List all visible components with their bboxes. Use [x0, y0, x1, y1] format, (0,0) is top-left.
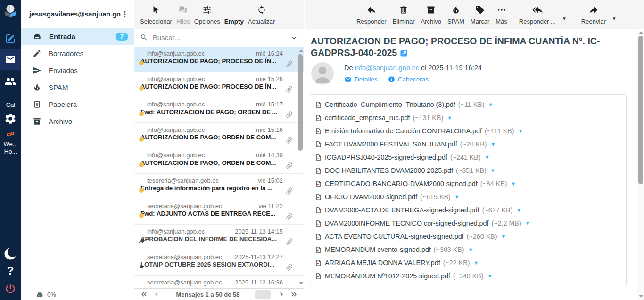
scrollbar-thumb[interactable]	[638, 36, 643, 184]
pagination-label: Mensajes 1 a 50 de 58	[163, 291, 253, 298]
contacts-icon[interactable]	[0, 75, 21, 88]
message-row[interactable]: secretaria@sanjuan.gob.ec 2025-11-12 16:…	[134, 276, 304, 288]
attachment-item[interactable]: DVAM2000INFORME TECNICO cor-signed-signe…	[315, 217, 621, 230]
folder-row[interactable]: Archivo	[21, 113, 134, 130]
message-row[interactable]: secretaria@sanjuan.gob.ec vie 11:22 Fwd:…	[134, 199, 304, 225]
scroll-down-arrow-icon[interactable]	[639, 295, 644, 298]
details-link[interactable]: Detalles	[344, 76, 378, 83]
message-row[interactable]: info@sanjuan.gob.ec mié 15:16 AUTORIZACI…	[134, 123, 304, 148]
message-row[interactable]: info@sanjuan.gob.ec 2025-11-13 14:15 APR…	[134, 225, 304, 250]
attachment-menu-caret-icon[interactable]: ▼	[511, 181, 516, 186]
from-email-link[interactable]: info@sanjuan.gob.ec	[355, 64, 419, 72]
attachment-menu-caret-icon[interactable]: ▼	[474, 260, 479, 266]
archive-button[interactable]: Archivo	[421, 4, 441, 25]
mark-button[interactable]: Marcar	[471, 4, 489, 25]
more-button[interactable]: Más	[495, 4, 507, 25]
calendar-module-label[interactable]: Cal	[0, 101, 21, 108]
attachment-menu-caret-icon[interactable]: ▼	[491, 141, 496, 147]
sogo-logo[interactable]	[0, 3, 21, 19]
spam-button[interactable]: SPAM	[447, 4, 464, 25]
scroll-up-arrow-icon[interactable]	[639, 32, 644, 34]
folder-row[interactable]: Entrada 7	[21, 28, 134, 45]
cpanel-icon[interactable]: cP	[0, 130, 21, 138]
attachment-menu-caret-icon[interactable]: ▼	[485, 154, 490, 160]
info-icon	[388, 76, 395, 83]
webhost-label-line1[interactable]: We...	[0, 140, 21, 147]
read-dot	[140, 265, 143, 268]
delete-button[interactable]: Eliminar	[393, 4, 415, 25]
message-row[interactable]: info@sanjuan.gob.ec mié 15:17 Fwd: AUTOR…	[134, 97, 304, 123]
attachment-item[interactable]: ARRIAGA MEJIA DONNA VALERY.pdf (~22 KB) …	[315, 256, 479, 269]
folder-row[interactable]: Papelera	[21, 96, 134, 113]
attachment-menu-caret-icon[interactable]: ▼	[488, 102, 494, 107]
first-page-button[interactable]	[138, 290, 150, 299]
message-row[interactable]: tesoreria@sanjuan.gob.ec vie 15:02 Entre…	[134, 174, 304, 199]
attachment-item[interactable]: Certificado_Cumplimiento_Tributario (3).…	[315, 98, 621, 111]
mail-module-icon[interactable]	[0, 54, 21, 65]
forward-dropdown-caret-icon[interactable]: ▼	[612, 16, 617, 21]
select-button[interactable]: Seleccionar	[140, 4, 172, 25]
compose-icon[interactable]	[0, 33, 21, 44]
message-list-scrollbar[interactable]	[297, 47, 304, 288]
pdf-file-icon	[315, 233, 322, 241]
message-row[interactable]: secretaria@sanjuan.gob.ec 2025-11-13 12:…	[134, 250, 304, 276]
attachment-menu-caret-icon[interactable]: ▼	[454, 194, 460, 200]
reply-all-button[interactable]: Responder ...	[519, 4, 556, 25]
account-menu-button[interactable]	[121, 9, 129, 19]
attachment-menu-caret-icon[interactable]: ▼	[516, 207, 521, 213]
scroll-down-arrow-icon[interactable]	[299, 282, 304, 284]
tag-icon	[475, 4, 485, 16]
folder-row[interactable]: SPAM	[21, 79, 134, 96]
webhost-label-line2[interactable]: Ho...	[0, 148, 21, 155]
folder-label: Entrada	[49, 32, 75, 41]
attachment-menu-caret-icon[interactable]: ▼	[518, 128, 523, 134]
refresh-button[interactable]: Actualizar	[248, 4, 275, 25]
headers-link[interactable]: Cabeceras	[388, 76, 429, 83]
attachment-item[interactable]: OFICIO DVAM2000-signed.pdf (~615 KB) ▼	[315, 190, 621, 203]
reply-button[interactable]: Responder	[356, 4, 387, 25]
search-input[interactable]	[153, 33, 286, 41]
message-row[interactable]: info@sanjuan.gob.ec mié 14:39 AUTORIZACI…	[134, 148, 304, 174]
attachment-item[interactable]: MEMORANDUM evento-signed.pdf (~303 KB) ▼	[315, 243, 473, 256]
folder-row[interactable]: Enviados	[21, 62, 134, 79]
options-button[interactable]: Opciones	[194, 4, 220, 25]
settings-gear-icon[interactable]	[0, 113, 21, 125]
attachment-item[interactable]: Emisión Informativo de Caución CONTRALOR…	[315, 124, 621, 138]
message-view-scrollbar[interactable]	[637, 30, 644, 300]
forward-button[interactable]: Reenviar	[581, 4, 606, 25]
attachment-item[interactable]: FACT DVAM2000 FESTIVAL SAN JUAN.pdf (~20…	[315, 138, 621, 151]
help-icon[interactable]: ?	[0, 264, 21, 277]
message-row[interactable]: info@sanjuan.gob.ec mié 16:24 AUTORIZACI…	[134, 47, 304, 72]
folder-row[interactable]: Borradores	[21, 45, 134, 62]
attachment-size: (~131 KB)	[413, 114, 443, 122]
scrollbar-thumb[interactable]	[298, 54, 303, 151]
attachment-item[interactable]: CERTIFICADO-BANCARIO-DVAM2000-signed.pdf…	[315, 177, 621, 190]
dark-mode-moon-icon[interactable]	[0, 247, 21, 261]
attachment-item[interactable]: certificado_empresa_ruc.pdf (~131 KB) ▼	[315, 111, 621, 124]
folder-label: SPAM	[49, 83, 68, 91]
attachment-menu-caret-icon[interactable]: ▼	[525, 220, 530, 226]
attachment-item[interactable]: DOC HABILITANTES DVAM2000 2025.pdf (~351…	[315, 164, 621, 177]
unread-dot	[139, 162, 144, 167]
attachment-menu-caret-icon[interactable]: ▼	[490, 168, 495, 173]
attachment-item[interactable]: ICGADPRSJ040-2025-signed-signed.pdf (~24…	[315, 151, 621, 164]
prev-page-button[interactable]	[150, 290, 163, 299]
attachment-item[interactable]: ACTA EVENTO CULTURAL-signed-signed.pdf (…	[315, 230, 621, 243]
scroll-up-arrow-icon[interactable]	[299, 49, 304, 52]
attachment-item[interactable]: DVAM2000-ACTA DE ENTREGA-signed-signed.p…	[315, 203, 621, 217]
logout-power-icon[interactable]	[0, 282, 21, 295]
search-options-chevron-icon[interactable]	[290, 34, 298, 41]
next-page-button[interactable]	[275, 290, 288, 299]
attachment-menu-caret-icon[interactable]: ▼	[501, 234, 506, 239]
attachment-item[interactable]: MEMORÁNDUM Nº1012-2025-signed.pdf (~340 …	[315, 269, 621, 283]
threads-button[interactable]: Hilos	[176, 4, 190, 25]
last-page-button[interactable]	[288, 290, 300, 299]
empty-button[interactable]: Empty	[224, 4, 244, 25]
attachment-menu-caret-icon[interactable]: ▼	[468, 247, 473, 252]
open-in-popup-icon[interactable]	[400, 49, 408, 57]
message-row[interactable]: info@sanjuan.gob.ec mié 15:28 AUTORIZACI…	[134, 72, 304, 97]
reply-all-dropdown-caret-icon[interactable]: ▼	[562, 16, 567, 21]
attachment-menu-caret-icon[interactable]: ▼	[487, 273, 493, 279]
attachment-menu-caret-icon[interactable]: ▼	[447, 115, 452, 121]
page-number-input[interactable]	[255, 290, 271, 299]
